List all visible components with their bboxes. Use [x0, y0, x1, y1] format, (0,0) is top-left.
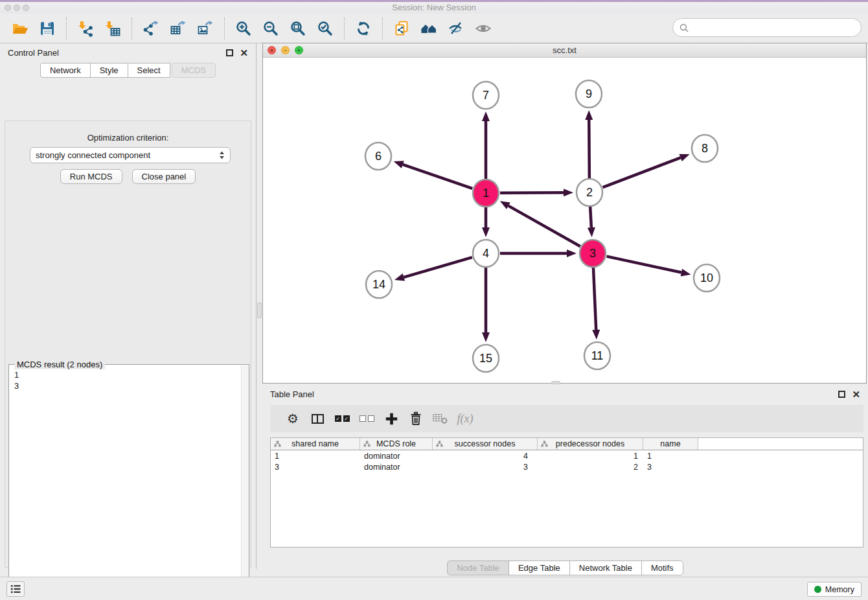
graph-node-15[interactable]: 15 — [473, 345, 499, 372]
criterion-select[interactable]: strongly connected component — [30, 147, 231, 163]
graph-node-11[interactable]: 11 — [584, 342, 610, 369]
mcds-result-scrollbar[interactable] — [241, 365, 249, 600]
graph-edge-3-10[interactable] — [607, 257, 681, 273]
network-window-title: scc.txt — [263, 45, 866, 55]
search-input[interactable] — [692, 22, 861, 33]
network-canvas[interactable]: 7968124314101511 — [263, 58, 866, 383]
graph-edge-arrow-1-2 — [564, 189, 573, 196]
cell-successor-nodes: 3 — [433, 463, 538, 472]
column-header-name[interactable]: name — [643, 438, 698, 450]
graph-edge-1-2[interactable] — [500, 192, 564, 193]
table-row[interactable]: 1 dominator 4 1 1 — [271, 450, 863, 461]
toolbar-separator — [131, 17, 132, 40]
delete-table-icon[interactable] — [428, 409, 453, 428]
export-table-icon[interactable] — [169, 19, 187, 38]
clone-network-icon[interactable] — [393, 19, 411, 38]
graph-node-4[interactable]: 4 — [473, 240, 499, 267]
apply-function-icon[interactable]: f(x) — [453, 409, 477, 428]
graph-edge-arrow-3-11 — [592, 330, 600, 340]
import-network-icon[interactable] — [76, 19, 95, 38]
import-table-icon[interactable] — [104, 19, 122, 38]
export-network-icon[interactable] — [142, 19, 160, 38]
column-header-shared-name[interactable]: shared name — [271, 438, 360, 450]
delete-column-icon[interactable] — [404, 409, 428, 428]
graph-node-8[interactable]: 8 — [692, 135, 718, 162]
table-settings-icon[interactable]: ⚙ — [280, 409, 305, 428]
graph-node-2[interactable]: 2 — [577, 179, 602, 206]
float-panel-icon[interactable] — [226, 49, 233, 56]
float-table-panel-icon[interactable] — [838, 391, 845, 398]
window-close-button[interactable] — [5, 5, 11, 11]
list-icon — [10, 584, 21, 594]
network-graph[interactable]: 7968124314101511 — [263, 58, 866, 383]
window-minimize-button[interactable] — [14, 5, 20, 11]
graph-node-1[interactable]: 1 — [473, 179, 499, 207]
window-zoom-button[interactable] — [23, 5, 29, 11]
tab-select[interactable]: Select — [128, 63, 170, 78]
add-column-icon[interactable] — [379, 409, 404, 428]
graph-edge-2-8[interactable] — [603, 157, 681, 187]
graph-edge-3-1[interactable] — [508, 206, 580, 247]
control-panel-title: Control Panel — [8, 48, 59, 58]
svg-text:4: 4 — [483, 247, 489, 260]
tab-network[interactable]: Network — [40, 63, 91, 78]
tab-network-table[interactable]: Network Table — [569, 560, 642, 575]
graph-edge-3-11[interactable] — [593, 268, 596, 330]
apply-layout-icon[interactable] — [354, 19, 372, 38]
cell-name: 3 — [643, 463, 698, 472]
graph-edge-2-3[interactable] — [590, 207, 591, 227]
run-mcds-button[interactable]: Run MCDS — [60, 169, 122, 184]
close-table-panel-icon[interactable]: ✕ — [852, 391, 860, 398]
first-neighbors-icon[interactable] — [420, 19, 438, 38]
zoom-fit-icon[interactable] — [289, 19, 307, 38]
show-graphics-details-icon[interactable] — [474, 19, 492, 38]
save-session-icon[interactable] — [38, 19, 56, 38]
horizontal-splitter-handle[interactable] — [551, 381, 560, 384]
search-box[interactable] — [672, 18, 862, 37]
task-history-button[interactable] — [6, 581, 25, 597]
close-panel-icon[interactable]: ✕ — [240, 49, 248, 56]
graph-edge-4-14[interactable] — [404, 257, 472, 277]
tab-motifs[interactable]: Motifs — [641, 560, 683, 575]
tab-node-table[interactable]: Node Table — [447, 560, 509, 575]
status-bar: Memory — [0, 577, 868, 600]
table-tabs: Node Table Edge Table Network Table Moti… — [262, 560, 868, 575]
table-row[interactable]: 3 dominator 3 2 3 — [271, 461, 863, 472]
graph-edge-2-9[interactable] — [589, 120, 589, 178]
graph-node-9[interactable]: 9 — [576, 80, 602, 108]
graph-node-14[interactable]: 14 — [366, 271, 392, 298]
graph-edge-1-6[interactable] — [403, 165, 472, 189]
close-panel-button[interactable]: Close panel — [132, 169, 196, 184]
hide-style-icon[interactable] — [447, 19, 465, 38]
tab-edge-table[interactable]: Edge Table — [508, 560, 570, 575]
optimization-criterion-label: Optimization criterion: — [5, 133, 251, 143]
cell-successor-nodes: 4 — [433, 452, 538, 461]
column-type-icon — [274, 441, 281, 447]
zoom-selected-icon[interactable] — [316, 19, 334, 38]
select-all-icon[interactable]: ✓✓ — [330, 409, 354, 428]
graph-node-7[interactable]: 7 — [473, 82, 499, 109]
graph-node-10[interactable]: 10 — [694, 264, 720, 292]
show-column-icon[interactable] — [305, 409, 330, 428]
graph-edge-arrow-2-8 — [679, 154, 689, 161]
column-header-mcds-role[interactable]: MCDS role — [360, 438, 433, 450]
deselect-all-icon[interactable] — [354, 409, 379, 428]
svg-text:11: 11 — [591, 349, 604, 362]
splitter-handle[interactable] — [257, 303, 262, 318]
zoom-in-icon[interactable] — [234, 19, 253, 38]
graph-node-6[interactable]: 6 — [365, 143, 391, 170]
tab-style[interactable]: Style — [90, 63, 128, 78]
tab-mcds[interactable]: MCDS — [172, 63, 216, 78]
export-image-icon[interactable] — [196, 19, 214, 38]
column-header-predecessor-nodes[interactable]: predecessor nodes — [538, 438, 643, 450]
svg-text:10: 10 — [700, 271, 713, 284]
cell-predecessor-nodes: 1 — [538, 452, 643, 461]
select-arrows-icon — [219, 150, 225, 160]
open-session-icon[interactable] — [11, 19, 29, 38]
zoom-out-icon[interactable] — [262, 19, 280, 38]
memory-button[interactable]: Memory — [807, 582, 862, 597]
cell-predecessor-nodes: 2 — [538, 463, 643, 472]
graph-node-3[interactable]: 3 — [580, 240, 606, 267]
column-header-successor-nodes[interactable]: successor nodes — [433, 438, 538, 450]
graph-edge-arrow-4-14 — [394, 273, 405, 281]
